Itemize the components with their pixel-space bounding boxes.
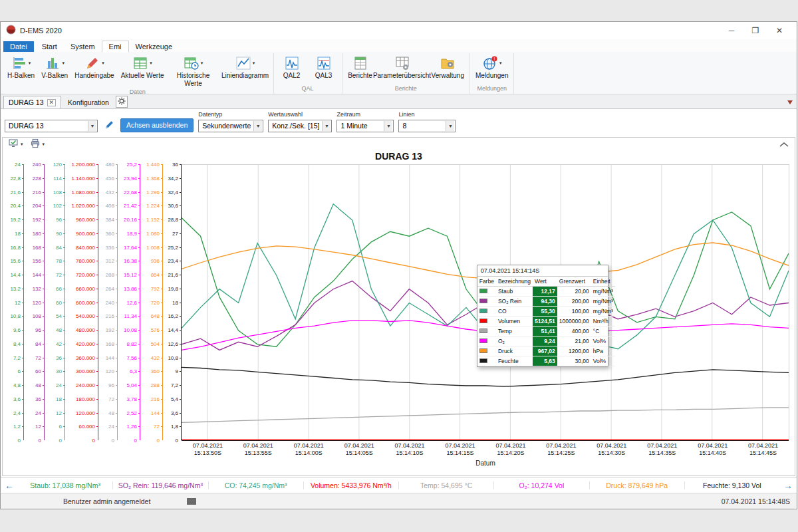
ribbon-button-h-balken[interactable]: ▾H-Balken: [4, 53, 38, 87]
dropdown-arrow-icon[interactable]: ▾: [21, 142, 23, 147]
axis-tick-label: 6: [45, 424, 62, 430]
dropdown-arrow-icon[interactable]: ▾: [201, 61, 203, 66]
chevron-down-icon[interactable]: ▼: [253, 121, 262, 131]
collapse-panel-button[interactable]: [779, 138, 789, 150]
export-chart-button[interactable]: ▾: [8, 138, 23, 151]
minimize-icon[interactable]: ─: [720, 26, 743, 35]
axis-tick-label: 0: [99, 438, 114, 444]
chevron-down-icon[interactable]: ▼: [446, 121, 454, 131]
tab-durag-13[interactable]: DURAG 13 ✕: [3, 96, 61, 108]
axis-tick-label: 1,26: [118, 424, 137, 430]
splitter-handle[interactable]: [187, 498, 196, 505]
tab-list-dropdown-icon[interactable]: [787, 100, 793, 104]
print-chart-button[interactable]: ▾: [30, 138, 45, 151]
chevron-down-icon[interactable]: ▼: [384, 121, 392, 131]
ribbon-button-historische-werte[interactable]: ▾Historische Werte: [168, 53, 219, 87]
axis-tick-label: 9,6: [7, 327, 21, 333]
administration-icon: [440, 55, 456, 72]
axis-tick-label: 384: [99, 217, 114, 223]
x-tick-label: 07.04.202115:14:25S: [546, 442, 576, 458]
close-icon[interactable]: ✕: [767, 26, 791, 35]
close-tab-icon[interactable]: ✕: [47, 99, 57, 106]
zeitraum-select[interactable]: 1 Minute▼: [336, 120, 394, 132]
axis-tick-label: 7,2: [7, 354, 21, 360]
ribbon-tab-datei[interactable]: Datei: [3, 41, 34, 52]
axis-tick-label: 156: [25, 258, 41, 264]
axis-tick-label: 0: [7, 438, 21, 444]
axis-tick-label: 0: [45, 438, 62, 444]
station-select[interactable]: DURAG 13 ▼: [5, 120, 98, 132]
axis-tick-label: 36: [25, 396, 41, 402]
ribbon-button-v-balken[interactable]: ▾V-Balken: [38, 53, 71, 87]
dropdown-arrow-icon[interactable]: ▾: [29, 61, 31, 66]
ribbon-button-meldungen[interactable]: !▾Meldungen: [472, 53, 511, 84]
axis-tick-label: 108: [25, 313, 41, 319]
ribbon-button-handeingabe[interactable]: ▾Handeingabe: [71, 53, 118, 87]
tooltip-row-temp: Temp51,41400,00°C: [477, 327, 615, 336]
ribbon-tab-system[interactable]: System: [64, 41, 102, 52]
axis-tick-label: 228: [25, 175, 41, 181]
tooltip-series-value: 51,41: [533, 327, 557, 336]
axis-tick-label: 216: [25, 189, 41, 195]
ribbon-group-label: Meldungen: [472, 84, 511, 94]
tab-konfiguration[interactable]: Konfiguration: [61, 96, 116, 108]
axis-tick-label: 66: [45, 285, 62, 291]
status-bar: Benutzer admin angemeldet 07.04.2021 15:…: [1, 493, 797, 509]
tooltip-series-name: Temp: [496, 327, 533, 336]
ribbon-button-liniendiagramm[interactable]: ▾Liniendiagramm: [219, 53, 271, 87]
chevron-down-icon[interactable]: ▼: [88, 121, 96, 131]
tooltip-series-limit: 20,00: [557, 287, 591, 297]
qal2-icon: [284, 55, 300, 72]
axis-tick-label: 120.000: [66, 410, 95, 416]
chevron-down-icon[interactable]: ▼: [322, 121, 331, 131]
datentyp-select[interactable]: Sekundenwerte▼: [198, 120, 263, 132]
axis-tick-label: 11,34: [118, 313, 137, 319]
axis-tick-label: 144: [25, 272, 41, 278]
ribbon-button-qal2[interactable]: QAL2: [276, 53, 308, 84]
axis-tick-label: 12: [45, 410, 62, 416]
dropdown-arrow-icon[interactable]: ▾: [499, 61, 502, 66]
axis-tick-label: 30,6: [164, 203, 178, 209]
axis-tick-label: 21,6: [164, 272, 178, 278]
ribbon-tab-start[interactable]: Start: [35, 41, 64, 52]
tooltip-series-color-cell: [477, 336, 496, 346]
chart-axes: 2422,821,620,419,21816,815,614,413,21210…: [7, 164, 182, 440]
tooltip-series-color-cell: [477, 317, 496, 327]
dropdown-arrow-icon[interactable]: ▾: [253, 61, 255, 66]
edit-station-button[interactable]: [102, 119, 116, 132]
ribbon-button-parameter-bersicht[interactable]: Parameterübersicht: [376, 53, 428, 84]
linien-select[interactable]: 8▼: [398, 120, 456, 132]
hide-axes-button[interactable]: Achsen ausblenden: [120, 118, 194, 132]
dropdown-arrow-icon[interactable]: ▾: [43, 142, 45, 147]
ribbon-button-verwaltung[interactable]: Verwaltung: [428, 53, 467, 84]
ribbon-tab-werkzeuge[interactable]: Werkzeuge: [129, 41, 179, 52]
ribbon-tab-emi[interactable]: Emi: [102, 41, 129, 53]
axis-tick-label: 10,8: [7, 313, 21, 319]
dropdown-arrow-icon[interactable]: ▾: [150, 61, 152, 66]
y-axis-labels: 3634,232,430,628,82725,223,421,619,81816…: [165, 164, 180, 440]
maximize-icon[interactable]: ❐: [743, 26, 767, 35]
values-scroll-right-button[interactable]: →: [779, 480, 797, 491]
axis-tick-label: 23,4: [164, 258, 178, 264]
values-scroll-left-button[interactable]: ←: [1, 480, 18, 491]
axis-tick-label: 16,8: [7, 244, 21, 250]
desktop-background: { "window": {"title": "D-EMS 2020"}, "co…: [0, 0, 798, 532]
dropdown-arrow-icon[interactable]: ▾: [102, 61, 104, 66]
tooltip-row-so-rein: SO₂ Rein94,30200,00mg/Nm³: [477, 297, 615, 307]
axis-tick-label: 216: [141, 396, 160, 402]
ribbon-button-qal3[interactable]: QAL3: [308, 53, 340, 84]
tooltip-col-grenzwert: Grenzwert: [557, 277, 591, 287]
current-value-o: O₂: 10,274 Vol: [493, 481, 589, 489]
ribbon-button-berichte[interactable]: Berichte: [344, 53, 376, 84]
axis-tick-label: 30: [45, 368, 62, 374]
axis-tick-label: 360: [141, 368, 160, 374]
wertauswahl-select[interactable]: Konz./Sek. [15]▼: [268, 120, 332, 132]
chart-plot-area[interactable]: 07.04.2021 15:14:14S Farbe Bezeichnung W…: [182, 164, 789, 440]
axis-tick-label: 42: [45, 340, 62, 346]
status-user-text: Benutzer admin angemeldet: [63, 497, 150, 505]
configuration-gear-button[interactable]: [116, 96, 128, 108]
ribbon-tab-row: DateiStartSystemEmiWerkzeuge: [1, 39, 797, 52]
dropdown-arrow-icon[interactable]: ▾: [62, 61, 65, 66]
axis-tick-label: 20,16: [118, 217, 137, 223]
ribbon-button-aktuelle-werte[interactable]: ▾Aktuelle Werte: [118, 53, 168, 87]
